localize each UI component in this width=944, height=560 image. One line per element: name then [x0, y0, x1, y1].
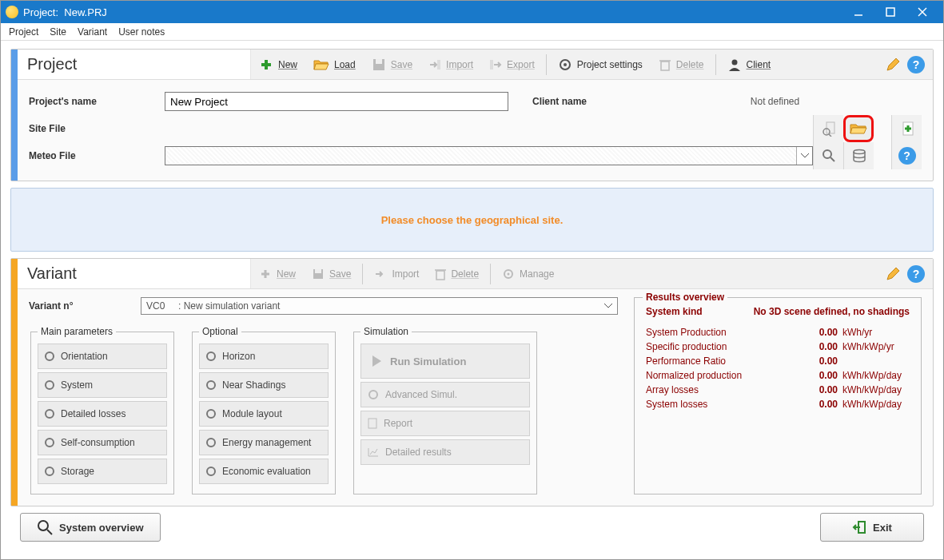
menu-variant[interactable]: Variant [78, 26, 107, 38]
document-icon [368, 418, 377, 429]
site-open-button[interactable] [843, 115, 874, 142]
svg-line-17 [829, 134, 831, 137]
project-heading: Project [11, 50, 251, 79]
array-label: Array losses [646, 384, 798, 395]
client-name-label: Client name [532, 96, 628, 107]
project-save-label: Save [391, 59, 412, 70]
radio-icon [45, 409, 54, 419]
meteo-search-button[interactable] [813, 142, 843, 169]
project-load-label: Load [334, 59, 356, 70]
optional-group: Optional Horizon Near Shadings Module la… [192, 326, 336, 494]
svg-point-31 [508, 272, 510, 275]
pencil-icon[interactable] [885, 57, 901, 73]
gear-icon [502, 268, 515, 280]
specprod-label: Specific production [646, 341, 798, 352]
meteo-file-combo[interactable] [165, 146, 813, 165]
help-icon[interactable]: ? [907, 56, 925, 73]
svg-point-14 [731, 59, 737, 65]
report-label: Report [384, 418, 412, 429]
svg-point-34 [38, 521, 48, 530]
help-icon[interactable]: ? [907, 265, 925, 283]
system-button[interactable]: System [38, 372, 167, 398]
project-settings-label: Project settings [577, 59, 643, 70]
menu-site[interactable]: Site [50, 26, 66, 38]
project-name-label: Project's name [29, 96, 165, 107]
sysloss-label: System losses [646, 399, 798, 410]
run-simulation-label: Run Simulation [390, 355, 466, 367]
project-settings-button[interactable]: Project settings [550, 50, 651, 80]
self-consumption-label: Self-consumption [61, 437, 135, 448]
module-layout-label: Module layout [222, 408, 282, 419]
advanced-simul-button[interactable]: Advanced Simul. [360, 382, 530, 407]
pencil-icon[interactable] [885, 266, 901, 282]
radio-icon [45, 380, 54, 390]
variant-toolbar: New Save Import Delete Man [251, 259, 933, 288]
menu-bar: Project Site Variant User notes [1, 23, 943, 41]
array-value: 0.00 [798, 384, 838, 395]
client-name-value: Not defined [628, 96, 922, 107]
orientation-button[interactable]: Orientation [38, 344, 167, 369]
project-import-label: Import [446, 59, 473, 70]
economic-evaluation-button[interactable]: Economic evaluation [199, 459, 329, 484]
menu-project[interactable]: Project [9, 26, 38, 38]
storage-button[interactable]: Storage [38, 459, 167, 484]
variant-import-label: Import [392, 268, 419, 280]
variant-delete-button[interactable]: Delete [427, 259, 487, 289]
economic-evaluation-label: Economic evaluation [222, 466, 311, 477]
maximize-button[interactable] [874, 1, 906, 23]
close-button[interactable] [906, 1, 938, 23]
site-search-button[interactable] [813, 115, 843, 142]
project-export-button[interactable]: Export [481, 50, 543, 80]
detailed-losses-button[interactable]: Detailed losses [38, 401, 167, 427]
svg-rect-33 [368, 419, 376, 428]
variant-import-button[interactable]: Import [366, 259, 427, 289]
project-delete-button[interactable]: Delete [651, 50, 712, 80]
simulation-group: Simulation Run Simulation Advanced Simul… [353, 326, 537, 494]
self-consumption-button[interactable]: Self-consumption [38, 430, 167, 455]
project-client-button[interactable]: Client [719, 50, 779, 80]
separator [362, 264, 363, 284]
import-icon [428, 58, 441, 71]
main-parameters-group: Main parameters Orientation System Detai… [30, 326, 174, 494]
report-button[interactable]: Report [360, 411, 530, 436]
radio-icon [206, 438, 216, 447]
search-icon [37, 519, 53, 535]
module-layout-button[interactable]: Module layout [199, 401, 329, 427]
project-import-button[interactable]: Import [420, 50, 481, 80]
system-overview-button[interactable]: System overview [20, 513, 161, 542]
variant-new-button[interactable]: New [251, 259, 304, 289]
horizon-button[interactable]: Horizon [199, 344, 329, 369]
sysprod-value: 0.00 [798, 327, 838, 338]
main-parameters-legend: Main parameters [38, 326, 116, 337]
detailed-results-button[interactable]: Detailed results [360, 439, 530, 465]
variant-manage-label: Manage [520, 268, 554, 280]
project-save-button[interactable]: Save [364, 50, 420, 80]
minimize-button[interactable] [842, 1, 874, 23]
trash-icon [435, 268, 446, 280]
meteo-database-button[interactable] [843, 142, 874, 169]
near-shadings-button[interactable]: Near Shadings [199, 372, 329, 398]
export-icon [489, 58, 502, 71]
menu-usernotes[interactable]: User notes [118, 26, 165, 38]
energy-management-button[interactable]: Energy management [199, 430, 329, 455]
normprod-value: 0.00 [798, 370, 838, 381]
window-titlebar: Project: New.PRJ [1, 1, 943, 23]
run-simulation-button[interactable]: Run Simulation [360, 344, 530, 379]
exit-icon [852, 520, 866, 534]
separator [490, 264, 491, 284]
variant-number-combo[interactable]: VC0 : New simulation variant [141, 297, 618, 315]
meteo-help-button[interactable]: ? [891, 142, 922, 169]
site-new-button[interactable] [891, 115, 922, 142]
project-load-button[interactable]: Load [305, 50, 364, 80]
sysprod-label: System Production [646, 327, 798, 338]
near-shadings-label: Near Shadings [222, 379, 285, 391]
exit-button[interactable]: Exit [820, 513, 924, 542]
specprod-unit: kWh/kWp/yr [838, 341, 910, 352]
variant-manage-button[interactable]: Manage [494, 259, 562, 289]
project-name-input[interactable] [165, 92, 508, 111]
file-search-icon [821, 121, 837, 137]
normprod-label: Normalized production [646, 370, 798, 381]
gear-icon [368, 389, 379, 400]
project-new-button[interactable]: New [251, 50, 305, 80]
variant-save-button[interactable]: Save [304, 259, 359, 289]
